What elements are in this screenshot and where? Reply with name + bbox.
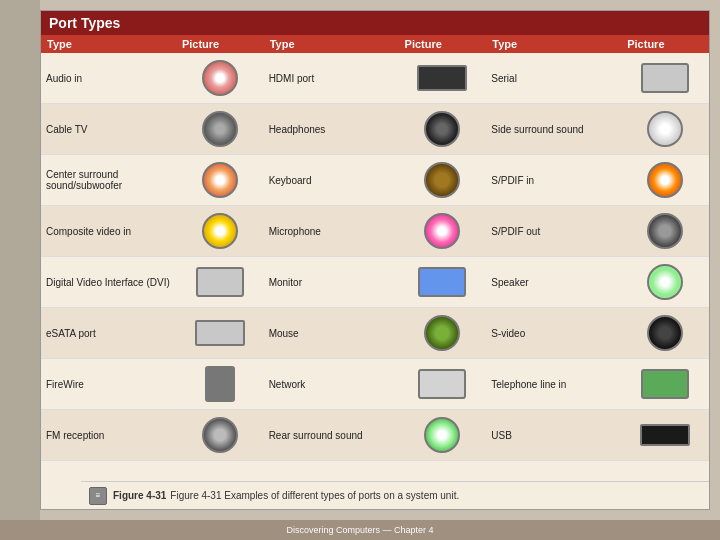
pic-col1: [176, 257, 264, 308]
pic-col3: [621, 155, 709, 206]
port-image-firewire: [205, 366, 235, 402]
type-col2: HDMI port: [264, 53, 399, 104]
pic-col2: [399, 104, 487, 155]
pic-col3: [621, 359, 709, 410]
col-header-type3: Type: [486, 35, 621, 53]
type-col3: Serial: [486, 53, 621, 104]
pic-col1: [176, 104, 264, 155]
type-col2: Rear surround sound: [264, 410, 399, 461]
col-header-type2: Type: [264, 35, 399, 53]
type-col1: eSATA port: [41, 308, 176, 359]
main-content: Port Types Type Picture Type Picture Typ…: [40, 10, 710, 510]
port-image-serial: [641, 63, 689, 93]
pic-col2: [399, 308, 487, 359]
type-col3: Telephone line in: [486, 359, 621, 410]
type-col2: Monitor: [264, 257, 399, 308]
pic-col2: [399, 359, 487, 410]
type-col3: S/PDIF in: [486, 155, 621, 206]
port-image-network: [418, 369, 466, 399]
title-bar: Port Types: [41, 11, 709, 35]
pic-col2: [399, 410, 487, 461]
type-col2: Microphone: [264, 206, 399, 257]
port-image-microphone: [424, 213, 460, 249]
type-col1: Cable TV: [41, 104, 176, 155]
figure-caption: Figure 4-31 Examples of different types …: [170, 490, 459, 501]
figure-caption-row: ≡ Figure 4-31 Figure 4-31 Examples of di…: [81, 481, 709, 509]
type-col2: Headphones: [264, 104, 399, 155]
bottom-bar: Discovering Computers — Chapter 4: [0, 520, 720, 540]
port-image-audio-in: [202, 60, 238, 96]
table-row: eSATA port Mouse S-video: [41, 308, 709, 359]
pic-col1: [176, 359, 264, 410]
type-col3: Speaker: [486, 257, 621, 308]
bottom-text: Discovering Computers — Chapter 4: [286, 525, 433, 535]
type-col1: FM reception: [41, 410, 176, 461]
type-col1: Audio in: [41, 53, 176, 104]
port-image-svideo: [647, 315, 683, 351]
type-col3: S-video: [486, 308, 621, 359]
port-image-rear-surround: [424, 417, 460, 453]
figure-label: Figure 4-31: [113, 490, 166, 501]
pic-col1: [176, 410, 264, 461]
port-image-mouse: [424, 315, 460, 351]
port-image-usb: [640, 424, 690, 446]
pic-col3: [621, 410, 709, 461]
port-types-table: Type Picture Type Picture Type Picture A…: [41, 35, 709, 461]
note-icon: ≡: [89, 487, 107, 505]
port-image-hdmi: [417, 65, 467, 91]
port-image-side-surround: [647, 111, 683, 147]
col-header-type1: Type: [41, 35, 176, 53]
type-col1: FireWire: [41, 359, 176, 410]
pic-col2: [399, 206, 487, 257]
table-row: Center surround sound/subwoofer Keyboard…: [41, 155, 709, 206]
port-image-esata: [195, 320, 245, 346]
port-image-headphones: [424, 111, 460, 147]
table-row: FM reception Rear surround sound USB: [41, 410, 709, 461]
type-col3: USB: [486, 410, 621, 461]
left-sidebar: [0, 0, 40, 540]
pic-col3: [621, 257, 709, 308]
port-image-spdif-in: [647, 162, 683, 198]
type-col3: S/PDIF out: [486, 206, 621, 257]
port-image-keyboard: [424, 162, 460, 198]
table-row: Cable TV Headphones Side surround sound: [41, 104, 709, 155]
table-row: Composite video in Microphone S/PDIF out: [41, 206, 709, 257]
pic-col3: [621, 206, 709, 257]
pic-col2: [399, 257, 487, 308]
type-col1: Center surround sound/subwoofer: [41, 155, 176, 206]
pic-col3: [621, 308, 709, 359]
port-image-cable-tv: [202, 111, 238, 147]
port-image-spdif-out: [647, 213, 683, 249]
port-image-speaker: [647, 264, 683, 300]
type-col3: Side surround sound: [486, 104, 621, 155]
col-header-pic3: Picture: [621, 35, 709, 53]
table-row: FireWire Network Telephone line in: [41, 359, 709, 410]
pic-col1: [176, 53, 264, 104]
pic-col3: [621, 104, 709, 155]
pic-col1: [176, 308, 264, 359]
port-image-telephone: [641, 369, 689, 399]
port-image-composite-video: [202, 213, 238, 249]
port-image-dvi: [196, 267, 244, 297]
type-col2: Keyboard: [264, 155, 399, 206]
port-image-monitor: [418, 267, 466, 297]
col-header-pic2: Picture: [399, 35, 487, 53]
table-row: Digital Video Interface (DVI) Monitor Sp…: [41, 257, 709, 308]
type-col2: Network: [264, 359, 399, 410]
pic-col2: [399, 155, 487, 206]
type-col1: Composite video in: [41, 206, 176, 257]
pic-col2: [399, 53, 487, 104]
pic-col1: [176, 206, 264, 257]
pic-col3: [621, 53, 709, 104]
port-image-center-surround: [202, 162, 238, 198]
type-col2: Mouse: [264, 308, 399, 359]
port-image-fm-rec: [202, 417, 238, 453]
col-header-pic1: Picture: [176, 35, 264, 53]
pic-col1: [176, 155, 264, 206]
table-row: Audio in HDMI port Serial: [41, 53, 709, 104]
type-col1: Digital Video Interface (DVI): [41, 257, 176, 308]
page-title: Port Types: [49, 15, 120, 31]
